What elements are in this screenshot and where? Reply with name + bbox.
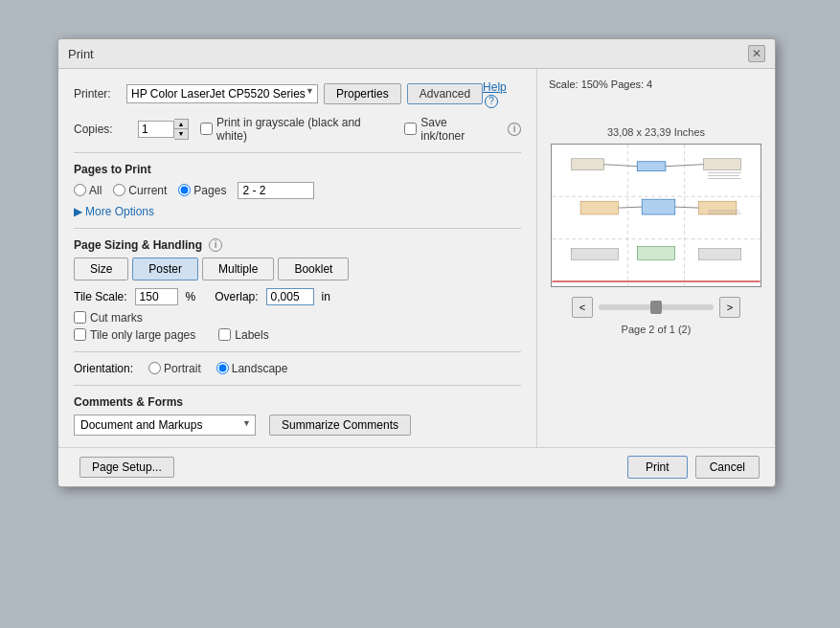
properties-button[interactable]: Properties bbox=[324, 83, 401, 104]
comments-section-header: Comments & Forms bbox=[74, 395, 521, 409]
info-icon[interactable]: i bbox=[508, 123, 521, 136]
booklet-button[interactable]: Booklet bbox=[278, 258, 349, 280]
comments-select[interactable]: Document and Markups bbox=[74, 415, 256, 436]
svg-rect-6 bbox=[637, 162, 666, 171]
close-button[interactable]: ✕ bbox=[748, 45, 765, 62]
svg-rect-11 bbox=[642, 199, 675, 214]
comments-select-wrapper[interactable]: Document and Markups bbox=[74, 415, 256, 436]
save-ink-checkbox[interactable] bbox=[404, 123, 417, 135]
spinner-down[interactable]: ▼ bbox=[174, 129, 188, 139]
save-ink-checkbox-label[interactable]: Save ink/toner bbox=[404, 116, 493, 143]
poster-button[interactable]: Poster bbox=[132, 258, 198, 280]
dialog-titlebar: Print ✕ bbox=[58, 39, 775, 69]
printer-row: Printer: HP Color LaserJet CP5520 Series… bbox=[74, 80, 521, 108]
page-sizing-info-icon[interactable]: i bbox=[209, 238, 222, 252]
page-sizing-header: Page Sizing & Handling bbox=[74, 238, 202, 252]
help-link[interactable]: Help ? bbox=[483, 80, 521, 108]
spinner-buttons: ▲ ▼ bbox=[174, 119, 189, 140]
svg-rect-5 bbox=[571, 159, 604, 170]
triangle-icon: ▶ bbox=[74, 205, 82, 218]
current-radio[interactable] bbox=[113, 184, 125, 196]
svg-rect-17 bbox=[698, 249, 740, 260]
preview-box bbox=[551, 144, 761, 287]
sizing-buttons-group: Size Poster Multiple Booklet bbox=[74, 258, 521, 280]
tile-only-checkbox[interactable] bbox=[74, 328, 86, 341]
page-setup-button[interactable]: Page Setup... bbox=[79, 457, 174, 478]
tile-scale-label: Tile Scale: bbox=[74, 290, 127, 303]
portrait-radio-label[interactable]: Portrait bbox=[148, 362, 201, 375]
labels-checkbox[interactable] bbox=[218, 328, 231, 341]
printer-select[interactable]: HP Color LaserJet CP5520 Series bbox=[126, 84, 318, 103]
dialog-title: Print bbox=[68, 47, 94, 61]
labels-label[interactable]: Labels bbox=[218, 328, 268, 342]
overlap-label: Overlap: bbox=[215, 290, 258, 303]
print-dialog: Print ✕ Printer: HP Color LaserJet CP552… bbox=[57, 38, 776, 487]
printer-select-wrapper[interactable]: HP Color LaserJet CP5520 Series bbox=[126, 84, 318, 103]
grayscale-checkbox-label[interactable]: Print in grayscale (black and white) bbox=[200, 116, 393, 143]
svg-rect-10 bbox=[580, 201, 618, 214]
svg-rect-16 bbox=[637, 247, 674, 260]
copies-row: Copies: ▲ ▼ Print in grayscale (black an… bbox=[74, 116, 521, 143]
pages-section-header: Pages to Print bbox=[74, 163, 521, 176]
svg-rect-15 bbox=[571, 249, 618, 260]
landscape-radio-label[interactable]: Landscape bbox=[216, 362, 288, 375]
dialog-footer: Page Setup... Print Cancel bbox=[58, 447, 775, 486]
preview-svg bbox=[552, 145, 761, 286]
comments-row: Document and Markups Summarize Comments bbox=[74, 415, 521, 436]
current-radio-label[interactable]: Current bbox=[113, 184, 167, 197]
svg-rect-12 bbox=[698, 201, 736, 214]
svg-rect-7 bbox=[703, 159, 740, 170]
all-radio[interactable] bbox=[74, 184, 86, 196]
left-panel: Printer: HP Color LaserJet CP5520 Series… bbox=[58, 69, 537, 447]
portrait-radio[interactable] bbox=[148, 362, 161, 374]
page-info: Page 2 of 1 (2) bbox=[549, 324, 763, 335]
overlap-unit: in bbox=[322, 290, 330, 303]
pages-radio[interactable] bbox=[178, 184, 191, 196]
pages-range-input[interactable] bbox=[238, 182, 314, 199]
pages-radio-row: All Current Pages bbox=[74, 182, 521, 199]
landscape-radio[interactable] bbox=[216, 362, 229, 374]
printer-label: Printer: bbox=[74, 87, 126, 101]
orientation-label: Orientation: bbox=[74, 362, 133, 375]
size-button[interactable]: Size bbox=[74, 258, 128, 280]
right-panel: Scale: 150% Pages: 4 33,08 x 23,39 Inche… bbox=[537, 69, 775, 447]
summarize-comments-button[interactable]: Summarize Comments bbox=[269, 415, 411, 436]
more-options-link[interactable]: ▶ More Options bbox=[74, 205, 521, 218]
orientation-row: Orientation: Portrait Landscape bbox=[74, 362, 521, 375]
grayscale-checkbox[interactable] bbox=[200, 123, 213, 135]
overlap-input[interactable] bbox=[266, 288, 314, 305]
checkbox-group: Cut marks Tile only large pages Labels bbox=[74, 311, 521, 342]
next-page-button[interactable]: > bbox=[719, 297, 740, 318]
page-slider[interactable] bbox=[599, 304, 714, 310]
spinner-up[interactable]: ▲ bbox=[174, 120, 188, 129]
help-icon: ? bbox=[485, 95, 498, 108]
tile-scale-row: Tile Scale: % Overlap: in bbox=[74, 288, 521, 305]
tile-only-label[interactable]: Tile only large pages bbox=[74, 328, 195, 342]
tile-scale-unit: % bbox=[186, 290, 196, 303]
slider-thumb bbox=[650, 301, 662, 314]
print-button[interactable]: Print bbox=[627, 456, 688, 479]
scale-info: Scale: 150% Pages: 4 bbox=[549, 78, 652, 90]
cancel-button[interactable]: Cancel bbox=[695, 456, 760, 479]
cut-marks-checkbox[interactable] bbox=[74, 311, 86, 324]
footer-right: Print Cancel bbox=[627, 456, 760, 479]
all-radio-label[interactable]: All bbox=[74, 184, 102, 197]
nav-row: < > bbox=[572, 297, 740, 318]
pages-radio-label[interactable]: Pages bbox=[178, 184, 226, 197]
advanced-button[interactable]: Advanced bbox=[407, 83, 483, 104]
copies-label: Copies: bbox=[74, 123, 126, 136]
cut-marks-label[interactable]: Cut marks bbox=[74, 311, 521, 325]
prev-page-button[interactable]: < bbox=[572, 297, 593, 318]
dialog-body: Printer: HP Color LaserJet CP5520 Series… bbox=[58, 69, 775, 447]
copies-input[interactable] bbox=[138, 121, 174, 138]
preview-dimensions: 33,08 x 23,39 Inches bbox=[607, 126, 705, 138]
copies-spinner: ▲ ▼ bbox=[138, 119, 189, 140]
multiple-button[interactable]: Multiple bbox=[202, 258, 274, 280]
tile-scale-input[interactable] bbox=[135, 288, 178, 305]
